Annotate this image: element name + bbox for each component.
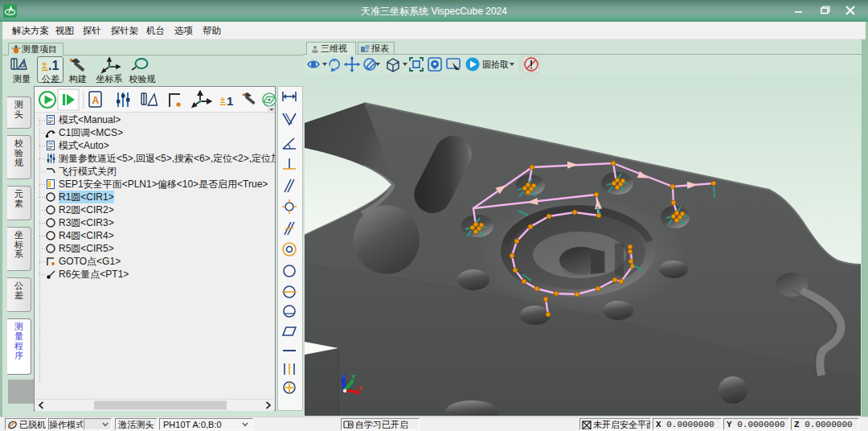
svg-text:1: 1 <box>227 94 233 108</box>
svg-text:X: X <box>358 384 363 392</box>
svg-text:±: ± <box>220 95 225 105</box>
svg-text:A: A <box>92 95 100 106</box>
svg-text:圆拾取: 圆拾取 <box>482 60 509 69</box>
svg-text:Z: Z <box>342 372 346 380</box>
svg-text:±: ± <box>42 60 47 71</box>
svg-text:Y: Y <box>351 373 356 380</box>
svg-text:.1: .1 <box>48 59 59 72</box>
